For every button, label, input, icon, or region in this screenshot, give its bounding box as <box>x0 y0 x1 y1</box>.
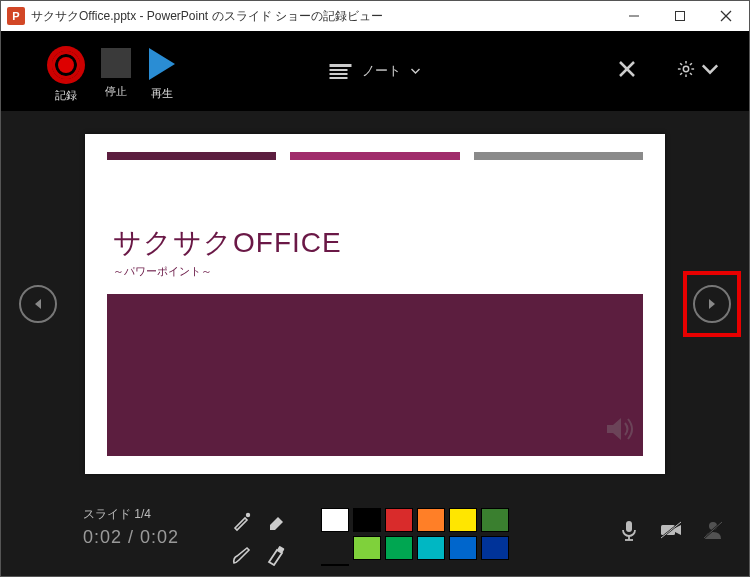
color-swatch[interactable] <box>385 536 413 560</box>
eyedropper-tool[interactable] <box>231 510 253 536</box>
close-button[interactable] <box>703 1 749 31</box>
accent-bar <box>290 152 459 160</box>
previous-slide-button[interactable] <box>19 285 57 323</box>
record-button[interactable]: 記録 <box>49 48 83 103</box>
notes-icon <box>330 64 352 79</box>
accent-bar <box>107 152 276 160</box>
color-swatch[interactable] <box>449 536 477 560</box>
slide-counter: スライド 1/4 <box>83 506 179 523</box>
color-swatch[interactable] <box>417 536 445 560</box>
slide-content-block <box>107 294 643 456</box>
color-swatch[interactable] <box>449 508 477 532</box>
color-swatch[interactable] <box>353 536 381 560</box>
clear-recording-button[interactable] <box>617 59 637 83</box>
settings-button[interactable] <box>677 60 719 82</box>
chevron-down-icon <box>701 60 719 78</box>
stop-button[interactable]: 停止 <box>101 48 131 99</box>
svg-point-6 <box>683 66 688 71</box>
slide-subtitle: ～パワーポイント～ <box>113 264 212 279</box>
recording-timer: 0:02 / 0:02 <box>83 527 179 548</box>
color-swatch[interactable] <box>417 508 445 532</box>
slide-preview: サクサクOFFICE ～パワーポイント～ <box>85 134 665 474</box>
stop-icon <box>101 48 131 78</box>
color-palette <box>321 508 509 566</box>
recording-toolbar: 記録 停止 再生 ノート <box>1 31 749 111</box>
minimize-button[interactable] <box>611 1 657 31</box>
time-total: 0:02 <box>140 527 179 547</box>
slide-title: サクサクOFFICE <box>113 224 342 262</box>
annotation-tools <box>231 510 287 570</box>
powerpoint-app-icon: P <box>7 7 25 25</box>
window-title: サクサクOffice.pptx - PowerPoint のスライド ショーの記… <box>31 8 383 25</box>
color-swatch[interactable] <box>481 536 509 560</box>
replay-label: 再生 <box>151 86 173 101</box>
cameo-toggle <box>701 518 725 546</box>
svg-rect-1 <box>676 12 685 21</box>
highlighter-tool[interactable] <box>265 544 287 570</box>
camera-toggle[interactable] <box>659 518 683 546</box>
notes-toggle[interactable]: ノート <box>330 62 421 80</box>
app-badge-letter: P <box>12 10 19 22</box>
play-icon <box>149 48 175 80</box>
titlebar: P サクサクOffice.pptx - PowerPoint のスライド ショー… <box>1 1 749 31</box>
slide-accent-bars <box>107 152 643 160</box>
pen-tool[interactable] <box>231 544 253 570</box>
next-slide-button[interactable] <box>693 285 731 323</box>
svg-line-12 <box>690 73 692 75</box>
chevron-down-icon <box>411 66 421 76</box>
color-swatch[interactable] <box>321 508 349 532</box>
microphone-toggle[interactable] <box>617 518 641 546</box>
triangle-left-icon <box>31 297 45 311</box>
svg-point-15 <box>246 513 250 517</box>
svg-line-11 <box>680 63 682 65</box>
color-swatch[interactable] <box>321 564 349 566</box>
color-swatch[interactable] <box>481 508 509 532</box>
audio-speaker-icon <box>603 412 637 450</box>
time-elapsed: 0:02 <box>83 527 122 547</box>
color-swatch[interactable] <box>385 508 413 532</box>
triangle-right-icon <box>705 297 719 311</box>
camera-off-icon <box>659 518 683 542</box>
eraser-tool[interactable] <box>265 510 287 536</box>
app-window: P サクサクOffice.pptx - PowerPoint のスライド ショー… <box>0 0 750 577</box>
bottom-toolbar: スライド 1/4 0:02 / 0:02 <box>1 496 749 576</box>
color-swatch[interactable] <box>353 508 381 532</box>
microphone-icon <box>617 518 641 542</box>
time-separator: / <box>122 527 140 547</box>
accent-bar <box>474 152 643 160</box>
slide-stage: サクサクOFFICE ～パワーポイント～ <box>1 111 749 496</box>
person-off-icon <box>701 518 725 542</box>
record-icon <box>49 48 83 82</box>
record-label: 記録 <box>55 88 77 103</box>
replay-button[interactable]: 再生 <box>149 48 175 101</box>
svg-line-14 <box>680 73 682 75</box>
svg-line-13 <box>690 63 692 65</box>
svg-rect-17 <box>626 521 632 532</box>
stop-label: 停止 <box>105 84 127 99</box>
svg-rect-16 <box>277 546 285 553</box>
maximize-button[interactable] <box>657 1 703 31</box>
notes-label: ノート <box>362 62 401 80</box>
